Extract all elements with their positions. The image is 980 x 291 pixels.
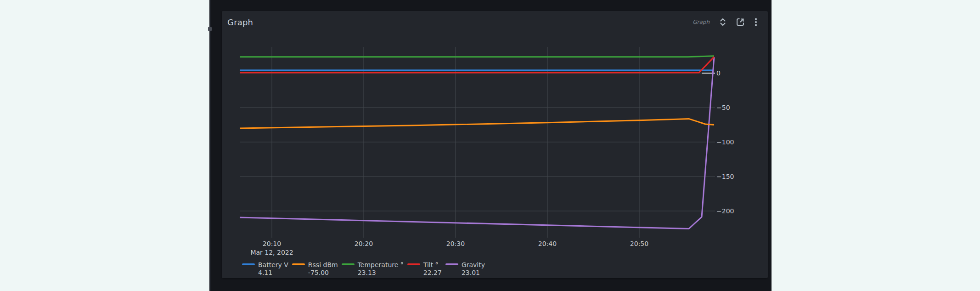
legend-series-name: Battery V xyxy=(242,261,288,269)
legend-item-gravity[interactable]: Gravity23.01 xyxy=(445,261,485,276)
legend-marker xyxy=(292,263,305,265)
legend-series-value: 22.27 xyxy=(407,269,442,276)
legend-series-value: 23.01 xyxy=(445,269,485,276)
legend-series-name: Temperature ° xyxy=(342,261,404,269)
series-line-temperature[interactable] xyxy=(240,56,714,57)
series-line-rssi-dbm[interactable] xyxy=(240,119,714,128)
x-axis-label: 20:10 xyxy=(263,240,281,247)
scrollbar-notch[interactable] xyxy=(208,27,212,31)
legend-series-label: Temperature ° xyxy=(358,261,404,268)
legend-item-temperature[interactable]: Temperature °23.13 xyxy=(342,261,404,276)
y-axis-label: −150 xyxy=(716,173,734,180)
time-series-chart[interactable]: 0−50−100−150−20020:10Mar 12, 202220:2020… xyxy=(222,11,768,278)
legend-series-name: Rssi dBm xyxy=(292,261,338,269)
legend-item-tilt[interactable]: Tilt °22.27 xyxy=(407,261,442,276)
screenshot-root: Graph Graph xyxy=(0,0,980,291)
y-axis-label: −50 xyxy=(716,104,730,111)
legend-series-label: Battery V xyxy=(258,261,288,268)
y-axis-label: −200 xyxy=(716,207,734,215)
chart-legend: Battery V4.11Rssi dBm-75.00Temperature °… xyxy=(242,261,485,276)
legend-series-value: 4.11 xyxy=(242,269,288,276)
legend-marker xyxy=(242,263,255,265)
legend-series-value: 23.13 xyxy=(342,269,404,276)
x-axis-date-label: Mar 12, 2022 xyxy=(250,249,293,256)
legend-marker xyxy=(445,263,458,265)
dashboard-page: Graph Graph xyxy=(209,0,772,291)
legend-series-name: Tilt ° xyxy=(407,261,442,269)
graph-panel: Graph Graph xyxy=(222,11,768,278)
legend-series-label: Gravity xyxy=(462,261,485,268)
legend-item-rssi-dbm[interactable]: Rssi dBm-75.00 xyxy=(292,261,338,276)
x-axis-label: 20:20 xyxy=(355,240,373,247)
legend-marker xyxy=(342,263,355,265)
y-axis-label: −100 xyxy=(716,138,734,146)
page-edge-divider xyxy=(209,0,211,291)
legend-series-label: Rssi dBm xyxy=(308,261,338,268)
legend-marker xyxy=(407,263,420,265)
y-axis-label: 0 xyxy=(716,69,721,77)
legend-series-name: Gravity xyxy=(445,261,485,269)
legend-item-battery-v[interactable]: Battery V4.11 xyxy=(242,261,288,276)
x-axis-label: 20:40 xyxy=(538,240,557,247)
legend-series-label: Tilt ° xyxy=(423,261,439,268)
series-line-gravity[interactable] xyxy=(240,57,714,229)
x-axis-label: 20:30 xyxy=(446,240,465,247)
x-axis-label: 20:50 xyxy=(630,240,648,247)
legend-series-value: -75.00 xyxy=(292,269,338,276)
